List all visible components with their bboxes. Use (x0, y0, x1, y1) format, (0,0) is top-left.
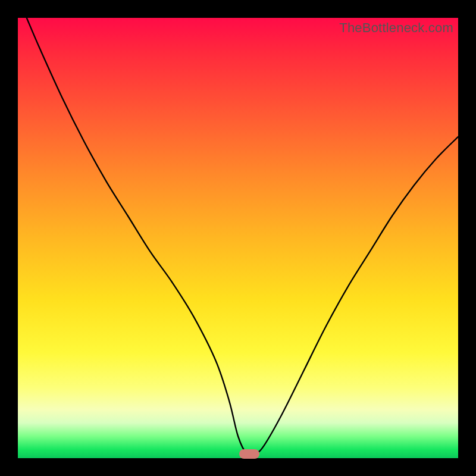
optimal-point-marker (239, 449, 259, 459)
curve-path (27, 18, 458, 455)
bottleneck-curve (18, 18, 458, 458)
plot-area: TheBottleneck.com (18, 18, 458, 458)
chart-frame: TheBottleneck.com (0, 0, 476, 476)
